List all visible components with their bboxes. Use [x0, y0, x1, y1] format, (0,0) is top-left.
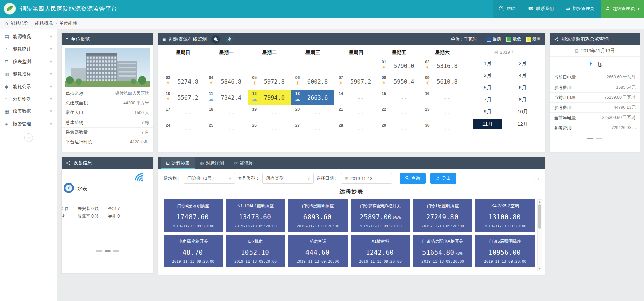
calendar-day-cell[interactable]: 15 -- — [378, 90, 421, 105]
calendar-day-cell[interactable]: 05 ☀ 5972.8 — [248, 74, 291, 90]
month-cell[interactable]: 2月 — [508, 58, 537, 68]
meter-panel-tab[interactable]: ◍ 对标详测 — [195, 157, 229, 169]
calendar-day-cell[interactable]: 28 -- — [334, 121, 378, 137]
calendar-day-cell[interactable]: 19 -- — [248, 105, 291, 121]
calendar-day-cell[interactable] — [248, 58, 291, 74]
calendar-day-cell[interactable]: 01 ☀ 5790.0 — [378, 58, 421, 74]
calendar-day-cell[interactable]: 17 -- — [162, 105, 205, 121]
calendar-day-cell[interactable]: 09 ☀ 5610.8 — [421, 74, 464, 90]
month-cell[interactable]: 11月 — [473, 119, 502, 129]
sidebar-collapse-button[interactable]: « — [24, 133, 33, 142]
meter-card[interactable]: 门诊6层照明插座 6893.60 2019-11-13 09:20:00 — [288, 199, 348, 232]
calendar-day-cell[interactable]: 18 -- — [205, 105, 248, 121]
query-date[interactable]: ⊞ 2019年11月13日 — [550, 45, 640, 57]
calendar-day-cell[interactable]: 16 -- — [421, 90, 464, 105]
calendar-day-cell[interactable]: 25 -- — [205, 121, 248, 137]
month-cell[interactable]: 3月 — [473, 70, 502, 80]
switch-admin-page-button[interactable]: ⇄ 切换管理页 — [560, 0, 601, 18]
calendar-day-cell[interactable]: 20 -- — [291, 105, 334, 121]
calendar-day-cell[interactable]: 10 ☀ 5567.2 — [162, 90, 205, 105]
meter-card[interactable]: K4-2/K5-2空调 13100.80 2019-11-13 09:20:00 — [475, 199, 535, 232]
month-cell[interactable]: 6月 — [508, 82, 537, 93]
breadcrumb-item-overview[interactable]: 能耗总览 — [11, 20, 28, 26]
meter-card[interactable]: 门诊药房配电B柜开关 25897.00kWh 2019-11-13 09:20:… — [351, 199, 410, 232]
calendar-day-cell[interactable]: 08 ☀ 5950.4 — [378, 74, 421, 90]
calendar-day-cell[interactable] — [334, 58, 378, 74]
calendar-day-cell[interactable]: 29 -- — [378, 121, 421, 137]
calendar-day-cell[interactable]: 07 ☀ 5907.2 — [334, 74, 378, 90]
carousel-dash[interactable] — [113, 250, 119, 252]
calendar-day-cell[interactable]: 03 ☀ 5274.8 — [162, 74, 205, 90]
home-icon[interactable]: ⌂ — [5, 20, 8, 26]
building-select[interactable]: 门诊楼（1号） ∨ — [184, 173, 235, 184]
calendar-day-cell[interactable]: 26 -- — [248, 121, 291, 137]
calendar-day-cell[interactable]: 13 ☁ 2663.6 — [291, 90, 334, 105]
sidebar-item[interactable]: ◔ 能耗统计 ∨ — [0, 43, 57, 55]
sidebar-item[interactable]: ≡ 分析诊断 ∨ — [0, 93, 57, 105]
carousel-indicator[interactable] — [96, 250, 119, 252]
meter-card[interactable]: 门诊1层照明插座 27249.80 2019-11-13 09:20:00 — [413, 199, 472, 232]
month-cell[interactable]: 12月 — [508, 119, 537, 129]
user-icon — [605, 6, 610, 12]
water-toggle-button[interactable]: 水 — [225, 35, 234, 44]
carousel-dash[interactable] — [96, 250, 102, 252]
meter-card[interactable]: N1-1/N4-1照明插座 13473.60 2019-11-13 09:20:… — [226, 199, 285, 232]
meter-card[interactable]: DR机房 1052.10 2019-11-13 09:20:00 — [226, 235, 285, 267]
export-button[interactable]: 导出 — [430, 173, 456, 184]
sidebar-item[interactable]: ▤ 能源概况 ∨ — [0, 30, 57, 43]
meter-panel-tab[interactable]: ⇄ 能流图 — [229, 157, 258, 169]
help-button[interactable]: ? 帮助 — [493, 0, 522, 18]
calendar-day-cell[interactable] — [205, 58, 248, 74]
card-view-toggle-icon[interactable]: ▭ — [534, 175, 539, 182]
calendar-day-cell[interactable]: 06 ☀ 6002.8 — [291, 74, 334, 90]
month-cell[interactable]: 8月 — [508, 95, 537, 105]
meter-panel-tab[interactable]: ⊡ 远程抄表 — [161, 157, 195, 169]
calendar-day-cell[interactable]: 24 -- — [162, 121, 205, 137]
calendar-day-cell[interactable]: 21 -- — [334, 105, 378, 121]
meter-card[interactable]: 药房空调 444.60 2019-11-13 09:20:00 — [288, 235, 348, 267]
scrollbar-thumb[interactable] — [538, 204, 541, 229]
month-cell[interactable]: 7月 — [473, 95, 502, 105]
sidebar-item[interactable]: ▦ 仪表数据 ∨ — [0, 105, 57, 118]
calendar-day-cell[interactable]: 02 ☀ 5316.8 — [421, 58, 464, 74]
sidebar-item[interactable]: ▥ 能耗指标 ∨ — [0, 68, 57, 80]
calendar-day-cell[interactable] — [291, 58, 334, 74]
cards-scrollbar[interactable]: ▲ ▼ — [537, 199, 542, 271]
search-button[interactable]: 查询 — [400, 173, 426, 184]
admin-menu-button[interactable]: 超级管理员 ▾ — [601, 0, 644, 18]
meter-card[interactable]: 门诊药房配电A柜开关 51654.80kWh 2019-11-13 09:20:… — [413, 235, 472, 267]
calendar-day-cell[interactable]: 14 -- — [334, 90, 378, 105]
carousel-dash[interactable] — [105, 250, 111, 252]
month-cell[interactable]: 9月 — [473, 107, 502, 117]
electricity-toggle-button[interactable]: 电 — [211, 35, 220, 44]
meter-card[interactable]: 电房插座箱开关 48.70 2019-11-13 09:20:00 — [164, 235, 223, 267]
calendar-day-cell[interactable] — [162, 58, 205, 74]
calendar-day-cell[interactable]: 23 -- — [421, 105, 464, 121]
month-cell[interactable]: 1月 — [473, 58, 502, 68]
calendar-day-cell[interactable]: 04 ☀ 5846.8 — [205, 74, 248, 90]
meter-card[interactable]: 门诊5层照明插座 10956.00 2019-11-13 09:20:00 — [475, 235, 535, 267]
carousel-dash[interactable] — [596, 138, 602, 139]
month-cell[interactable]: 4月 — [508, 70, 537, 80]
calendar-day-cell[interactable]: 12 ☁ 7994.0 — [248, 90, 291, 105]
sidebar-item[interactable]: ◈ 报警管理 ∨ — [0, 118, 57, 130]
month-cell[interactable]: 10月 — [508, 107, 537, 117]
sidebar-item[interactable]: ◆ 能耗公示 ∨ — [0, 80, 57, 93]
year-selector[interactable]: ⊞ 2019 年 — [470, 47, 540, 57]
calendar-day-cell[interactable]: 30 -- — [421, 121, 464, 137]
meter-card[interactable]: 门诊4层照明插座 17487.60 2019-11-13 09:20:00 — [164, 199, 223, 232]
carousel-dash[interactable] — [587, 138, 593, 139]
carousel-indicator[interactable] — [587, 138, 602, 139]
calendar-day-cell[interactable]: 27 -- — [291, 121, 334, 137]
meter-card[interactable]: X1放射科 1242.60 2019-11-13 09:20:00 — [351, 235, 410, 267]
scroll-up-icon[interactable]: ▲ — [538, 200, 542, 203]
sidebar-item[interactable]: ⊟ 仪表监测 ∨ — [0, 55, 57, 68]
calendar-day-cell[interactable]: 22 -- — [378, 105, 421, 121]
meter-type-select[interactable]: 所有类型 ∨ — [262, 173, 314, 184]
contact-button[interactable]: ☎ 联系我们 — [522, 0, 560, 18]
scroll-down-icon[interactable]: ▼ — [538, 267, 542, 270]
date-input[interactable]: ⊞ 2019-11-13 — [341, 173, 392, 184]
breadcrumb-item-profile[interactable]: 能耗概况 — [35, 20, 53, 26]
calendar-day-cell[interactable]: 11 ☁ 7342.4 — [205, 90, 248, 105]
month-cell[interactable]: 5月 — [473, 82, 502, 93]
